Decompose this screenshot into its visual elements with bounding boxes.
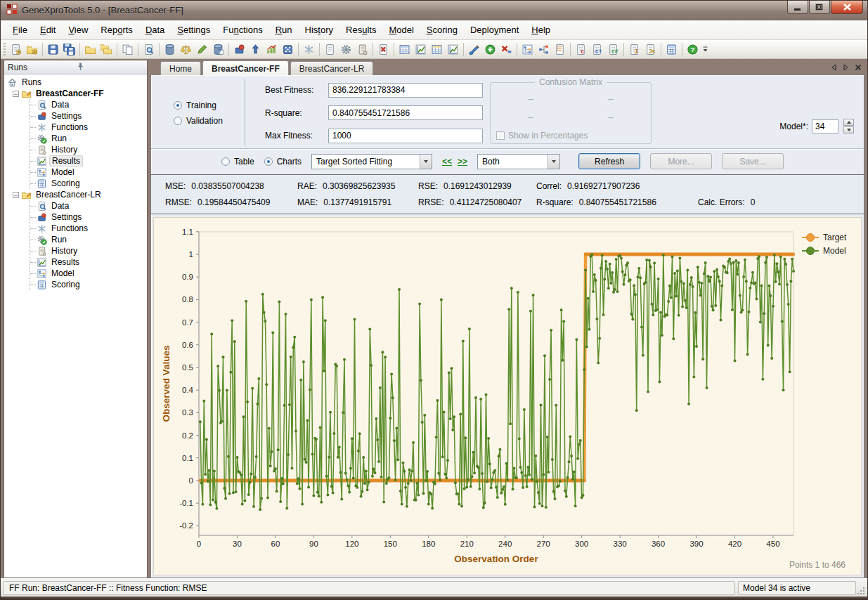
tab-scroll-left-icon[interactable] <box>831 61 837 74</box>
save-all-button[interactable] <box>61 41 77 58</box>
field-input[interactable] <box>328 129 483 143</box>
model-spin-down-button[interactable] <box>843 126 854 133</box>
pin-icon[interactable] <box>76 62 144 73</box>
code-c-button[interactable]: c <box>573 41 589 58</box>
menu-settings[interactable]: Settings <box>171 21 216 39</box>
close-button[interactable] <box>831 1 863 14</box>
folders-button[interactable] <box>98 41 115 58</box>
open-folder-button[interactable] <box>82 41 98 58</box>
data-help-button[interactable]: ? <box>210 41 226 58</box>
chart-type-select[interactable]: Target Sorted Fitting <box>311 154 432 169</box>
scoring-calculator-button[interactable] <box>663 41 680 58</box>
menu-data[interactable]: Data <box>139 21 171 39</box>
tree-root-runs[interactable]: Runs <box>7 77 147 88</box>
field-input[interactable] <box>328 105 483 120</box>
validation-radio-icon[interactable] <box>174 117 182 125</box>
tree-item-scoring[interactable]: Scoring <box>30 279 147 290</box>
menu-model[interactable]: Model <box>382 21 420 39</box>
scoring-table-button[interactable] <box>429 41 445 58</box>
code-js-button[interactable]: Js <box>642 41 659 58</box>
run-settings-button[interactable] <box>338 41 354 58</box>
new-project-button[interactable] <box>8 41 24 58</box>
menu-run[interactable]: Run <box>269 21 299 39</box>
fitness-chart-button[interactable] <box>264 41 280 58</box>
add-run-button[interactable] <box>482 41 498 58</box>
model-spin-up-button[interactable] <box>843 119 854 126</box>
functions-button[interactable] <box>301 41 317 58</box>
tree-item-run[interactable]: Run <box>30 234 147 245</box>
series-select[interactable]: Both <box>477 154 560 169</box>
menu-file[interactable]: File <box>6 21 34 39</box>
resize-grip[interactable] <box>857 587 865 595</box>
field-input[interactable] <box>328 83 483 98</box>
open-project-button[interactable] <box>24 41 40 58</box>
report-button[interactable] <box>322 41 338 58</box>
tree-item-model[interactable]: Model <box>30 268 147 279</box>
history-button[interactable] <box>354 41 370 58</box>
tree-item-functions[interactable]: Functions <box>30 223 147 234</box>
menu-view[interactable]: View <box>62 21 94 39</box>
menu-results[interactable]: Results <box>339 21 382 39</box>
format-brush-button[interactable] <box>466 41 482 58</box>
code-java-button[interactable]: J <box>626 41 642 58</box>
menu-reports[interactable]: Reports <box>94 21 139 39</box>
restore-button[interactable] <box>809 1 830 14</box>
code-cpp-button[interactable]: c+ <box>589 41 605 58</box>
tree-item-results[interactable]: Results <box>30 155 147 167</box>
expander-icon[interactable]: – <box>13 192 19 198</box>
next-chart-link[interactable]: >> <box>458 157 467 167</box>
save-button[interactable] <box>45 41 61 58</box>
model-report-button[interactable] <box>552 41 568 58</box>
tab-home[interactable]: Home <box>160 61 201 75</box>
menu-deployment[interactable]: Deployment <box>464 21 525 39</box>
results-table-button[interactable] <box>396 41 413 58</box>
chevron-down-icon[interactable] <box>420 155 432 169</box>
chevron-down-icon[interactable] <box>548 155 559 169</box>
tree-item-run[interactable]: Run <box>30 133 147 144</box>
tree-item-functions[interactable]: Functions <box>30 122 147 133</box>
menu-help[interactable]: Help <box>525 21 557 39</box>
help-button[interactable]: ? <box>685 41 701 58</box>
delete-run-button[interactable] <box>498 41 514 58</box>
database-button[interactable] <box>162 41 178 58</box>
expander-icon[interactable]: – <box>13 91 19 97</box>
scoring-chart-button[interactable] <box>445 41 461 58</box>
sub-trees-button[interactable] <box>536 41 552 58</box>
minimize-button[interactable] <box>787 1 808 14</box>
menu-edit[interactable]: Edit <box>34 21 62 39</box>
tree-item-settings[interactable]: Settings <box>30 211 147 223</box>
tab-breastcancer-ff[interactable]: BreastCancer-FF <box>202 60 289 75</box>
tree-item-data[interactable]: Data <box>30 99 147 110</box>
results-chart-button[interactable] <box>413 41 429 58</box>
prev-chart-link[interactable]: << <box>442 157 452 167</box>
refresh-button[interactable]: Refresh <box>578 153 640 169</box>
tree-item-results[interactable]: Results <box>30 256 147 268</box>
radio-validation[interactable]: Validation <box>174 116 245 126</box>
model-spinner-input[interactable] <box>812 119 838 133</box>
charts-radio-icon[interactable] <box>264 157 273 166</box>
model-tree-button[interactable] <box>519 41 536 58</box>
tab-breastcancer-lr[interactable]: BreastCancer-LR <box>290 61 374 75</box>
training-radio-icon[interactable] <box>174 101 182 110</box>
tree-item-settings[interactable]: Settings <box>30 110 147 122</box>
toolbar-overflow-button[interactable] <box>701 41 710 58</box>
show-in-percentages-checkbox[interactable] <box>496 131 505 140</box>
errors-button[interactable] <box>375 41 391 58</box>
general-settings-button[interactable] <box>247 41 264 58</box>
more-button[interactable]: More... <box>650 153 712 169</box>
tree-item-history[interactable]: History <box>30 144 147 155</box>
compare-data-button[interactable] <box>178 41 194 58</box>
menu-scoring[interactable]: Scoring <box>420 21 464 39</box>
tree-item-data[interactable]: Data <box>30 200 147 211</box>
tree-item-model[interactable]: Model <box>30 167 147 178</box>
settings-button[interactable] <box>231 41 247 58</box>
print-preview-button[interactable] <box>141 41 157 58</box>
edit-data-button[interactable] <box>194 41 210 58</box>
table-radio-icon[interactable] <box>221 157 230 166</box>
tab-close-icon[interactable] <box>855 61 862 74</box>
tree-project-breastcancer-ff[interactable]: –BreastCancer-FF <box>13 88 147 99</box>
radio-charts[interactable]: Charts <box>264 157 302 167</box>
save-button[interactable]: Save... <box>722 153 784 169</box>
copy-report-button[interactable] <box>119 41 136 58</box>
code-csharp-button[interactable]: c# <box>605 41 621 58</box>
